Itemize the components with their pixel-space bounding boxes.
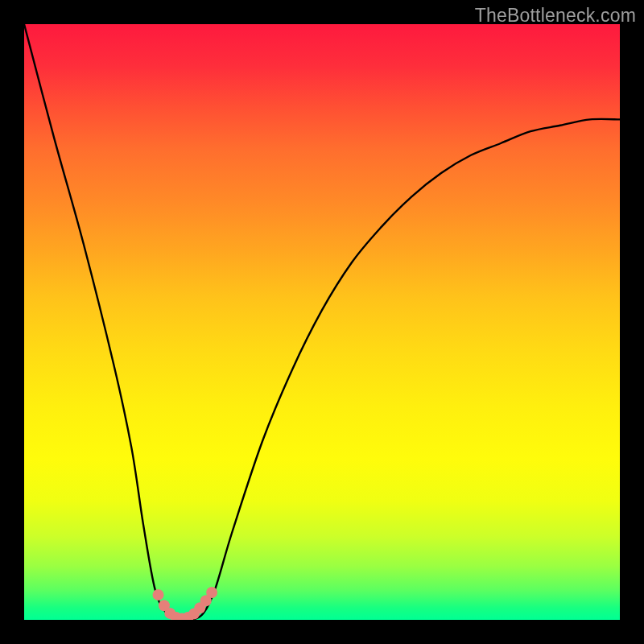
highlight-dots-group [153, 587, 218, 620]
curve-layer [24, 24, 620, 620]
bottleneck-curve-path [24, 24, 620, 620]
chart-stage: TheBottleneck.com [0, 0, 644, 644]
highlight-dot [206, 587, 217, 598]
highlight-dot [153, 589, 164, 601]
plot-area [24, 24, 620, 620]
watermark-text: TheBottleneck.com [475, 5, 636, 27]
